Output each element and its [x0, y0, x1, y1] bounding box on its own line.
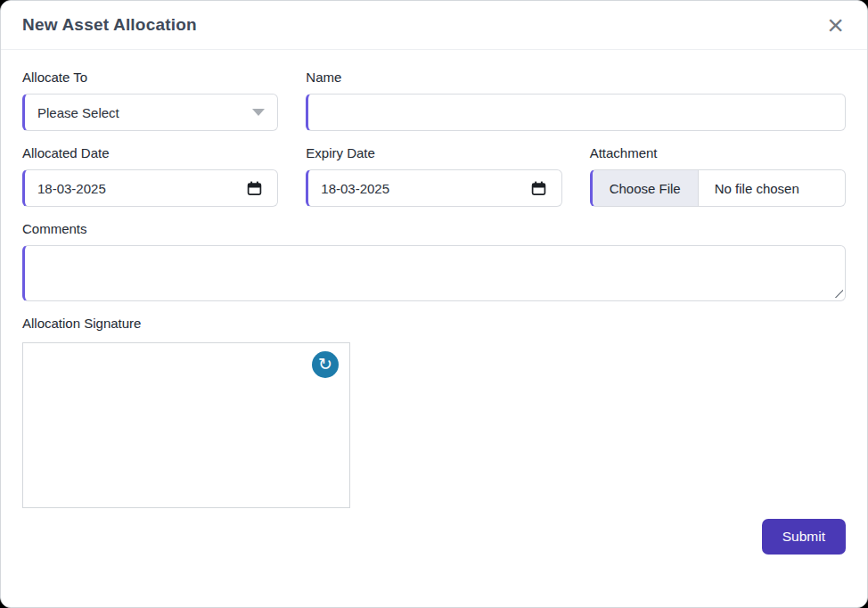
name-input[interactable]: [306, 94, 846, 131]
form-row-2: Allocated Date 18-03-2025 Expiry Date: [22, 145, 846, 207]
dialog-body: Allocate To Please Select Name Allocated…: [1, 50, 867, 555]
dialog-title: New Asset Allocation: [22, 15, 197, 35]
comments-textarea[interactable]: [22, 245, 846, 301]
calendar-icon[interactable]: [247, 181, 262, 196]
close-icon[interactable]: ×: [825, 11, 846, 39]
new-asset-allocation-dialog: New Asset Allocation × Allocate To Pleas…: [0, 0, 868, 608]
form-row-1: Allocate To Please Select Name: [22, 70, 846, 131]
file-chosen-status: No file chosen: [699, 170, 815, 206]
comments-textarea-wrap: [22, 245, 846, 301]
choose-file-button[interactable]: Choose File: [593, 170, 699, 206]
allocated-date-input[interactable]: 18-03-2025: [22, 169, 278, 207]
signature-pad-canvas[interactable]: ↻: [22, 342, 350, 508]
expiry-date-label: Expiry Date: [306, 145, 561, 160]
expiry-date-group: Expiry Date 18-03-2025: [306, 145, 561, 207]
allocation-signature-label: Allocation Signature: [22, 316, 846, 331]
allocate-to-selected-value: Please Select: [37, 105, 119, 120]
name-group: Name: [306, 70, 846, 131]
expiry-date-input[interactable]: 18-03-2025: [306, 169, 561, 207]
allocated-date-group: Allocated Date 18-03-2025: [22, 145, 278, 207]
submit-button[interactable]: Submit: [762, 519, 846, 555]
attachment-group: Attachment Choose File No file chosen: [590, 145, 846, 207]
dialog-header: New Asset Allocation ×: [1, 1, 867, 50]
attachment-label: Attachment: [590, 145, 846, 160]
allocate-to-label: Allocate To: [22, 70, 278, 85]
allocated-date-value: 18-03-2025: [37, 181, 106, 196]
attachment-file-input[interactable]: Choose File No file chosen: [590, 169, 846, 207]
signature-group: Allocation Signature ↻: [22, 316, 846, 508]
allocated-date-label: Allocated Date: [22, 145, 278, 160]
comments-group: Comments: [22, 221, 846, 301]
allocate-to-select[interactable]: Please Select: [22, 94, 278, 131]
signature-refresh-button[interactable]: ↻: [312, 351, 339, 378]
refresh-icon: ↻: [318, 356, 332, 373]
expiry-date-value: 18-03-2025: [321, 181, 389, 196]
chevron-down-icon: [252, 109, 265, 116]
comments-label: Comments: [22, 221, 846, 236]
dialog-footer: Submit: [22, 519, 846, 555]
allocate-to-group: Allocate To Please Select: [22, 70, 278, 131]
name-label: Name: [306, 70, 846, 85]
calendar-icon[interactable]: [531, 181, 546, 196]
